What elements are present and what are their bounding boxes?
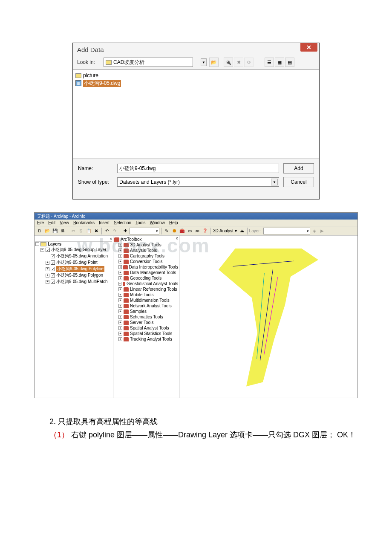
toolbox-item[interactable]: Data Management Tools: [130, 270, 176, 275]
expand-icon[interactable]: +: [118, 315, 122, 319]
help-icon[interactable]: ❓: [202, 228, 208, 234]
open-icon[interactable]: 📂: [44, 228, 51, 234]
toolbox-item[interactable]: Data Interoperability Tools: [129, 265, 178, 269]
layer-annotation[interactable]: 小砭沟9-05.dwg Annotation: [56, 253, 108, 259]
details-view-icon[interactable]: ▦: [275, 58, 284, 67]
connect-folder-icon[interactable]: 🔌: [224, 58, 233, 67]
checkbox-checked[interactable]: ✓: [46, 248, 50, 252]
expand-icon[interactable]: +: [118, 282, 121, 286]
paste-icon[interactable]: 📋: [85, 228, 92, 234]
menu-window[interactable]: Window: [150, 220, 165, 225]
expand-icon[interactable]: +: [118, 321, 122, 324]
arctoolbox-icon[interactable]: 🧰: [179, 228, 185, 234]
toolbox-item[interactable]: Mobile Tools: [130, 292, 153, 297]
checkbox-checked[interactable]: ✓: [51, 280, 55, 284]
expand-icon[interactable]: +: [118, 271, 122, 275]
list-view-icon[interactable]: ☰: [265, 58, 274, 67]
expand-icon[interactable]: +: [118, 298, 122, 302]
file-item-folder[interactable]: picture: [75, 72, 317, 79]
checkbox-checked[interactable]: ✓: [51, 260, 55, 265]
save-icon[interactable]: 💾: [52, 228, 58, 234]
expand-icon[interactable]: +: [118, 265, 122, 269]
arccatalog-icon[interactable]: ⬣: [171, 228, 178, 234]
file-item-dwg[interactable]: ▦ 小砭沟9-05.dwg: [75, 79, 317, 87]
expand-icon[interactable]: +: [118, 337, 122, 341]
editor-icon[interactable]: ✎: [163, 228, 170, 234]
expand-icon[interactable]: +: [118, 243, 122, 247]
layer-point[interactable]: 小砭沟9-05.dwg Point: [56, 260, 98, 266]
checkbox-checked[interactable]: ✓: [51, 254, 55, 258]
expand-icon[interactable]: +: [46, 267, 49, 271]
expand-icon[interactable]: +: [118, 293, 122, 297]
layer-multipatch[interactable]: 小砭沟9-05.dwg MultiPatch: [56, 279, 108, 285]
toolbox-item[interactable]: Cartography Tools: [130, 254, 164, 258]
name-input[interactable]: 小砭沟9-05.dwg: [117, 164, 279, 173]
expand-icon[interactable]: +: [46, 274, 49, 278]
add-button[interactable]: Add: [283, 163, 314, 173]
lookin-combo[interactable]: CAD坡度分析: [104, 58, 193, 67]
expand-icon[interactable]: +: [118, 260, 122, 263]
close-button[interactable]: ✕: [300, 43, 317, 52]
expand-icon[interactable]: +: [118, 309, 122, 313]
collapse-icon[interactable]: −: [35, 242, 39, 246]
expand-icon[interactable]: +: [118, 287, 122, 291]
menu-selection[interactable]: Selection: [114, 220, 131, 225]
layer-polyline-selected[interactable]: 小砭沟9-05.dwg Polyline: [56, 266, 104, 272]
tool-icon2[interactable]: ▶: [319, 228, 326, 234]
scale-combo[interactable]: ▾: [130, 228, 159, 234]
redo-icon[interactable]: ↷: [111, 228, 118, 234]
expand-icon[interactable]: +: [118, 276, 122, 280]
cmdline-icon[interactable]: ▭: [186, 228, 193, 234]
panel-close-icon[interactable]: ×: [176, 236, 178, 241]
toolbox-item[interactable]: Multidimension Tools: [130, 298, 170, 303]
toolbox-item[interactable]: 3D Analyst Tools: [130, 243, 161, 247]
3d-layer-icon[interactable]: ⛰: [239, 228, 245, 234]
toolbox-item[interactable]: Tracking Analyst Tools: [130, 337, 172, 341]
map-view[interactable]: [179, 236, 357, 398]
thumbnails-view-icon[interactable]: ▤: [285, 58, 294, 67]
toolbox-item[interactable]: Analysis Tools: [130, 248, 157, 253]
delete-icon[interactable]: ✖: [93, 228, 100, 234]
menu-edit[interactable]: Edit: [48, 220, 55, 225]
toolbox-item[interactable]: Network Analyst Tools: [130, 304, 172, 308]
expand-icon[interactable]: +: [118, 332, 122, 335]
menu-insert[interactable]: Insert: [99, 220, 110, 225]
disconnect-icon[interactable]: ✖: [234, 58, 243, 67]
expand-icon[interactable]: +: [118, 249, 122, 252]
expand-icon[interactable]: +: [118, 304, 122, 308]
checkbox-checked[interactable]: ✓: [51, 273, 55, 278]
toolbox-item[interactable]: Samples: [130, 309, 147, 314]
layer-polygon[interactable]: 小砭沟9-05.dwg Polygon: [56, 272, 103, 278]
checkbox-checked[interactable]: ✓: [51, 267, 55, 271]
toolbox-item[interactable]: Linear Referencing Tools: [130, 287, 177, 292]
layer-combo[interactable]: ▾: [263, 228, 310, 234]
menu-bookmarks[interactable]: Bookmarks: [73, 220, 95, 225]
toolbox-item[interactable]: Geocoding Tools: [130, 276, 161, 280]
layer-group[interactable]: 小砭沟9-05.dwg Group Layer: [51, 247, 107, 253]
menu-file[interactable]: FFileile: [37, 220, 44, 225]
print-icon[interactable]: 🖶: [59, 228, 66, 234]
toolbox-item[interactable]: Spatial Statistics Tools: [130, 331, 172, 336]
add-data-icon[interactable]: ✚: [122, 228, 129, 234]
menu-help[interactable]: Help: [169, 220, 178, 225]
python-icon[interactable]: ≫: [194, 228, 201, 234]
expand-icon[interactable]: +: [46, 261, 49, 265]
expand-icon[interactable]: +: [118, 254, 122, 258]
undo-icon[interactable]: ↶: [104, 228, 110, 234]
layers-root[interactable]: Layers: [48, 242, 61, 246]
dropdown-arrow-icon[interactable]: ▼: [271, 179, 278, 185]
menu-view[interactable]: View: [60, 220, 69, 225]
new-doc-icon[interactable]: 🗋: [36, 228, 43, 234]
tool-icon[interactable]: ◈: [311, 228, 318, 234]
lookin-dropdown-arrow[interactable]: ▼: [201, 58, 207, 66]
copy-icon[interactable]: ⎘: [78, 228, 84, 234]
menu-tools[interactable]: Tools: [135, 220, 145, 225]
up-one-level-icon[interactable]: 📂: [209, 58, 219, 67]
type-select[interactable]: Datasets and Layers (*.lyr) ▼: [117, 177, 279, 187]
toolbox-root[interactable]: ArcToolbox: [121, 237, 141, 242]
toolbox-item[interactable]: Geostatistical Analyst Tools: [127, 281, 178, 286]
file-list[interactable]: picture ▦ 小砭沟9-05.dwg: [73, 69, 319, 159]
refresh-icon[interactable]: ⟳: [244, 58, 254, 67]
toolbox-item[interactable]: Spatial Analyst Tools: [130, 326, 169, 330]
cut-icon[interactable]: ✂: [70, 228, 77, 234]
